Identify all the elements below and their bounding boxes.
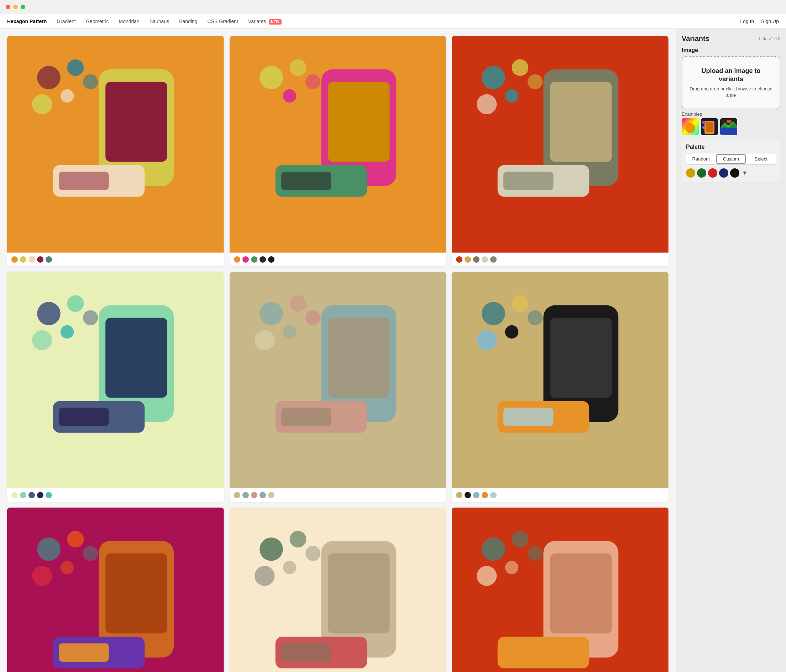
svg-point-22: [482, 66, 506, 89]
svg-rect-7: [105, 82, 167, 162]
svg-point-66: [83, 546, 98, 561]
right-panel: Variants beta v1.0.0 Image Upload an ima…: [676, 29, 786, 672]
upload-subtitle: Drag and drop or click browse to choose …: [690, 86, 772, 99]
palette-section: Palette Random Custom Select ▼: [682, 140, 780, 182]
card-colors-1: [7, 253, 224, 266]
card-image-5: [230, 272, 446, 489]
upload-title: Upload an image to variants: [690, 67, 772, 84]
example-thumb-2[interactable]: [701, 118, 718, 135]
svg-point-43: [289, 295, 306, 312]
svg-rect-99: [720, 128, 737, 135]
svg-point-42: [259, 302, 283, 325]
palette-expand-icon[interactable]: ▼: [742, 170, 748, 176]
palette-label: Palette: [686, 144, 776, 150]
svg-point-16: [305, 74, 321, 89]
example-thumb-1[interactable]: [682, 118, 699, 135]
svg-rect-90: [503, 644, 553, 662]
svg-point-2: [67, 60, 84, 76]
svg-rect-18: [328, 82, 390, 162]
palette-swatch-2[interactable]: [697, 168, 706, 177]
nav-gradient[interactable]: Gradient: [57, 19, 76, 24]
card-image-1: [7, 36, 224, 253]
card-image-4: [7, 272, 224, 489]
svg-point-36: [83, 310, 98, 325]
palette-swatch-4[interactable]: [719, 168, 728, 177]
svg-rect-50: [281, 408, 331, 426]
card-3[interactable]: [452, 36, 668, 266]
svg-rect-10: [59, 172, 108, 190]
svg-rect-68: [105, 553, 167, 634]
svg-point-63: [67, 531, 84, 548]
nav-bauhaus[interactable]: Bauhaus: [149, 19, 169, 24]
panel-version: beta v1.0.0: [759, 36, 780, 41]
palette-swatch-5[interactable]: [730, 168, 739, 177]
traffic-light-green[interactable]: [20, 5, 25, 9]
card-6[interactable]: [452, 272, 668, 502]
svg-point-12: [259, 66, 283, 89]
svg-point-74: [255, 566, 275, 586]
svg-point-64: [32, 566, 52, 586]
traffic-light-yellow[interactable]: [13, 5, 18, 9]
main: Variants beta v1.0.0 Image Upload an ima…: [0, 29, 786, 672]
svg-point-83: [512, 531, 529, 548]
card-2[interactable]: [230, 36, 446, 266]
card-4[interactable]: [7, 272, 224, 502]
svg-point-54: [477, 330, 497, 350]
panel-header: Variants beta v1.0.0: [682, 35, 780, 43]
svg-point-1: [37, 66, 61, 89]
nav-mondrian[interactable]: Mondrian: [119, 19, 140, 24]
artwork-grid: [0, 29, 676, 672]
svg-point-46: [305, 310, 321, 325]
svg-point-44: [255, 330, 275, 350]
svg-rect-70: [59, 644, 108, 662]
svg-point-52: [482, 302, 506, 325]
nav-css-gradient[interactable]: CSS Gradient: [208, 19, 238, 24]
panel-title: Variants: [682, 35, 709, 43]
card-7[interactable]: [7, 507, 224, 672]
svg-rect-88: [550, 553, 612, 634]
traffic-light-red[interactable]: [6, 5, 10, 9]
card-8[interactable]: [230, 507, 446, 672]
palette-swatch-1[interactable]: [686, 168, 695, 177]
palette-select-btn[interactable]: Select: [747, 154, 776, 165]
svg-point-13: [289, 60, 306, 76]
svg-rect-78: [328, 553, 390, 634]
nav-variants[interactable]: Variants NEW: [248, 19, 281, 24]
card-5[interactable]: [230, 272, 446, 502]
card-1[interactable]: [7, 36, 224, 266]
svg-point-45: [283, 325, 296, 338]
svg-point-65: [61, 561, 74, 574]
svg-point-85: [505, 561, 518, 574]
nav-banding[interactable]: Banding: [179, 19, 197, 24]
svg-point-32: [37, 302, 61, 325]
nav-geometric[interactable]: Geometric: [86, 19, 109, 24]
titlebar: [0, 0, 786, 14]
card-colors-3: [452, 253, 668, 266]
svg-rect-38: [105, 317, 167, 397]
svg-rect-60: [503, 408, 553, 426]
card-9[interactable]: [452, 507, 668, 672]
svg-point-24: [477, 94, 497, 114]
svg-rect-48: [328, 317, 390, 397]
example-thumb-3[interactable]: [720, 118, 737, 135]
palette-random-btn[interactable]: Random: [686, 154, 715, 165]
login-link[interactable]: Log In: [740, 19, 754, 24]
svg-point-35: [61, 325, 74, 338]
image-section-label: Image: [682, 47, 780, 53]
svg-point-14: [255, 94, 275, 114]
card-colors-5: [230, 488, 446, 502]
nav-hexagon-pattern[interactable]: Hexagon Pattern: [7, 19, 47, 24]
upload-area[interactable]: Upload an image to variants Drag and dro…: [682, 56, 780, 109]
palette-custom-btn[interactable]: Custom: [716, 154, 745, 164]
examples-row: [682, 118, 780, 135]
nav-auth: Log In Sign Up: [740, 19, 779, 24]
card-image-9: [452, 507, 668, 672]
svg-point-76: [305, 546, 321, 561]
svg-rect-30: [503, 172, 553, 190]
palette-colors-row: ▼: [686, 168, 776, 177]
svg-rect-95: [706, 122, 713, 132]
signup-link[interactable]: Sign Up: [761, 19, 779, 24]
svg-point-92: [685, 123, 695, 133]
nav-links: Hexagon Pattern Gradient Geometric Mondr…: [7, 19, 281, 24]
palette-swatch-3[interactable]: [708, 168, 717, 177]
